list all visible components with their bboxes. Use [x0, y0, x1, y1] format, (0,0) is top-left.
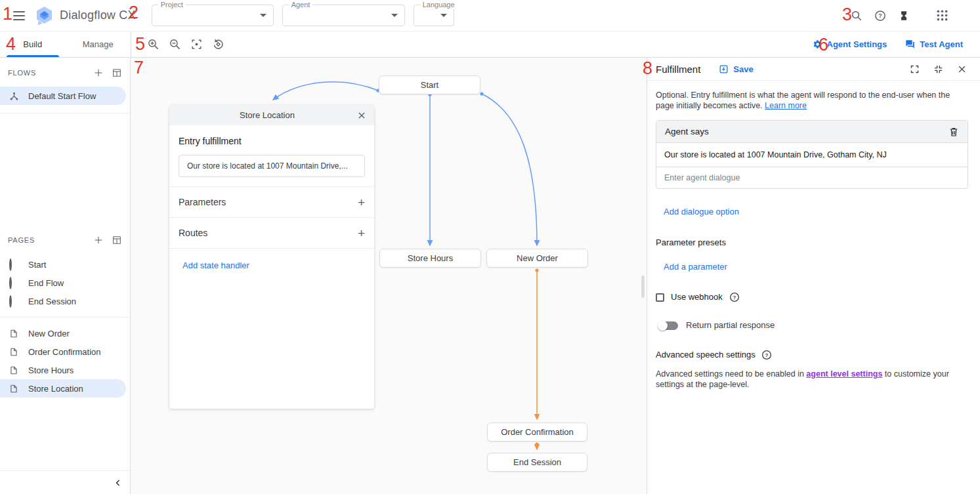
advanced-speech-settings-row: Advanced speech settings ? — [656, 350, 968, 360]
return-partial-response-toggle[interactable] — [659, 321, 678, 330]
hourglass-icon[interactable] — [897, 9, 910, 22]
delete-icon[interactable] — [948, 127, 959, 137]
pages-header: PAGES — [8, 236, 35, 244]
top-app-bar: Dialogflow CX Project Agent Language — [0, 0, 980, 31]
help-icon[interactable]: ? — [761, 350, 772, 360]
dialogue-input[interactable] — [664, 168, 960, 188]
entry-fulfillment-label: Entry fulfillment — [169, 125, 374, 146]
agent-select[interactable]: Agent — [282, 5, 405, 26]
agent-level-settings-link[interactable]: agent level settings — [806, 369, 882, 379]
sidebar-item-label: Start — [28, 260, 46, 270]
add-page-icon[interactable] — [93, 235, 104, 245]
use-webhook-row: Use webhook ? — [656, 292, 968, 302]
save-label: Save — [733, 64, 753, 74]
agent-select-label: Agent — [289, 1, 313, 9]
sidebar-item-label: End Flow — [28, 278, 64, 288]
project-select[interactable]: Project — [152, 5, 274, 26]
close-icon[interactable] — [957, 64, 967, 74]
test-agent-label: Test Agent — [920, 39, 963, 49]
flows-list-view-icon[interactable] — [112, 68, 122, 78]
annotation-6: 6 — [819, 36, 828, 54]
node-store-hours[interactable]: Store Hours — [379, 249, 481, 268]
save-icon — [719, 64, 729, 74]
app-title: Dialogflow CX — [60, 9, 136, 22]
reset-view-icon[interactable] — [212, 38, 224, 51]
add-route-icon[interactable]: + — [358, 227, 365, 239]
sidebar-item-store-hours[interactable]: Store Hours — [0, 361, 130, 379]
fullscreen-exit-icon[interactable] — [933, 64, 943, 74]
learn-more-link[interactable]: Learn more — [765, 101, 807, 110]
language-select-label: Language — [420, 1, 458, 9]
add-state-handler-link[interactable]: Add state handler — [182, 260, 249, 270]
build-manage-tabs: Build Manage — [0, 31, 131, 57]
center-focus-icon[interactable] — [190, 38, 203, 51]
save-button[interactable]: Save — [719, 64, 753, 74]
agent-message-row[interactable]: Our store is located at 1007 Mountain Dr… — [656, 142, 968, 167]
sidebar-item-default-start-flow[interactable]: Default Start Flow — [0, 87, 126, 105]
sidebar-item-new-order[interactable]: New Order — [0, 324, 130, 342]
routes-row[interactable]: Routes + — [169, 218, 374, 248]
agent-says-card: Agent says Our store is located at 1007 … — [656, 120, 968, 189]
return-partial-response-row: Return partial response — [656, 320, 968, 331]
page-file-icon — [9, 329, 19, 339]
add-a-parameter-link[interactable]: Add a parameter — [664, 262, 727, 272]
pages-list-view-icon[interactable] — [112, 235, 122, 245]
add-parameter-icon[interactable]: + — [358, 196, 365, 209]
sidebar-item-start[interactable]: Start — [0, 255, 130, 274]
language-select[interactable]: Language — [414, 5, 454, 26]
panel-title: Fulfillment — [656, 64, 700, 75]
collapse-sidebar-icon[interactable] — [114, 478, 122, 487]
flow-toolbar: Build Manage — [0, 31, 980, 58]
tab-manage[interactable]: Manage — [66, 31, 131, 57]
close-icon[interactable] — [357, 111, 366, 120]
entry-fulfillment-input[interactable]: Our store is located at 1007 Mountain Dr… — [179, 155, 365, 177]
page-file-icon — [9, 365, 19, 375]
fullscreen-icon[interactable] — [910, 64, 920, 74]
chevron-down-icon — [440, 14, 447, 17]
sidebar-item-end-flow[interactable]: End Flow — [0, 274, 130, 292]
parameters-row[interactable]: Parameters + — [169, 187, 374, 217]
node-end-session[interactable]: End Session — [487, 453, 587, 472]
advanced-note-pre: Advanced settings need to be enabled in — [656, 369, 806, 379]
sidebar-item-store-location[interactable]: Store Location — [0, 379, 126, 398]
help-icon[interactable]: ? — [874, 9, 887, 22]
node-new-order[interactable]: New Order — [486, 249, 588, 268]
parameter-presets-label: Parameter presets — [656, 237, 968, 248]
parameters-label: Parameters — [179, 197, 226, 207]
flows-header: FLOWS — [8, 69, 36, 77]
use-webhook-checkbox[interactable] — [656, 293, 664, 302]
dialogflow-cx-window: 1 2 3 4 5 6 7 8 Dialogflow CX Project Ag… — [0, 0, 980, 494]
sidebar-item-label: Store Hours — [28, 365, 74, 375]
annotation-7: 7 — [134, 59, 144, 77]
sidebar-item-label: New Order — [28, 329, 70, 339]
context-selectors: Project Agent Language — [152, 5, 454, 26]
sidebar-item-order-confirmation[interactable]: Order Confirmation — [0, 342, 130, 361]
test-agent-button[interactable]: Test Agent — [905, 39, 963, 49]
sidebar-item-end-session[interactable]: End Session — [0, 292, 130, 310]
zoom-out-icon[interactable] — [169, 38, 181, 51]
apps-grid-icon[interactable] — [935, 9, 948, 22]
sidebar: FLOWS Default Start Flow PAGES — [0, 58, 131, 494]
sidebar-item-label: End Session — [28, 297, 76, 306]
page-file-icon — [9, 384, 19, 394]
menu-icon[interactable] — [13, 11, 25, 20]
zoom-in-icon[interactable] — [147, 38, 160, 51]
page-circle-icon — [9, 278, 19, 288]
app-logo: Dialogflow CX — [35, 6, 136, 26]
fulfillment-description: Optional. Entry fulfillment is what the … — [656, 90, 968, 111]
node-order-confirmation[interactable]: Order Confirmation — [487, 422, 587, 442]
page-card-header[interactable]: Store Location — [169, 105, 374, 125]
fulfillment-panel: Fulfillment Save Optional. Entry fu — [647, 58, 980, 494]
flow-canvas[interactable]: Start Store Hours New Order Order Confir… — [131, 58, 647, 494]
return-partial-response-label: Return partial response — [686, 320, 775, 331]
annotation-5: 5 — [135, 35, 145, 53]
dialogflow-logo-icon — [35, 6, 53, 26]
add-dialogue-option-link[interactable]: Add dialogue option — [664, 207, 739, 217]
help-icon[interactable]: ? — [729, 292, 740, 302]
sidebar-item-label: Default Start Flow — [28, 91, 96, 101]
node-start[interactable]: Start — [379, 75, 480, 94]
canvas-scrollbar[interactable] — [641, 276, 645, 298]
use-webhook-label: Use webhook — [671, 292, 723, 302]
add-flow-icon[interactable] — [93, 68, 104, 78]
project-select-label: Project — [158, 1, 186, 9]
